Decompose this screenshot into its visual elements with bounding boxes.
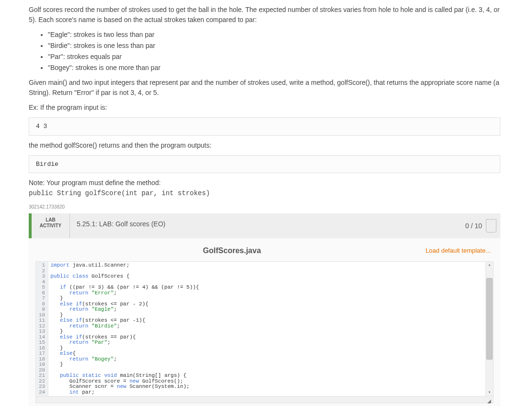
list-item: "Par": strokes equals par bbox=[48, 52, 500, 62]
task-description: Given main() and two input integers that… bbox=[29, 78, 500, 98]
code-text-area[interactable]: import java.util.Scanner; public class G… bbox=[48, 262, 485, 396]
scroll-thumb[interactable] bbox=[486, 278, 493, 360]
scroll-up-icon[interactable]: ▴ bbox=[486, 262, 493, 268]
reference-id: 302142.1733820 bbox=[29, 203, 500, 210]
example-output-block: Birdie bbox=[29, 155, 500, 174]
intro-paragraph-1: Golf scores record the number of strokes… bbox=[29, 5, 500, 25]
list-item: "Birdie": strokes is one less than par bbox=[48, 41, 500, 51]
lab-activity-score: 0 / 10 bbox=[461, 213, 500, 238]
lab-activity-title: 5.25.1: LAB: Golf scores (EO) bbox=[70, 213, 461, 238]
example-input-block: 4 3 bbox=[29, 117, 500, 136]
lab-activity-header: LAB ACTIVITY 5.25.1: LAB: Golf scores (E… bbox=[29, 213, 500, 238]
lab-activity-badge: LAB ACTIVITY bbox=[32, 213, 70, 238]
score-shield-icon bbox=[486, 219, 496, 233]
score-text: 0 / 10 bbox=[465, 221, 482, 231]
example-input-label: Ex: If the program input is: bbox=[29, 103, 500, 113]
list-item: "Eagle": strokes is two less than par bbox=[48, 30, 500, 40]
method-note: Note: Your program must define the metho… bbox=[29, 178, 500, 198]
code-editor-panel: GolfScores.java Load default template...… bbox=[29, 238, 500, 405]
file-name: GolfScores.java bbox=[38, 245, 426, 257]
code-editor[interactable]: 123456789101112131415161718192021222324 … bbox=[35, 261, 494, 397]
scroll-down-icon[interactable]: ▾ bbox=[486, 389, 493, 396]
example-output-label: the method golfScore() returns and then … bbox=[29, 140, 500, 151]
vertical-scrollbar[interactable]: ▴ ▾ bbox=[485, 262, 493, 396]
load-default-template-link[interactable]: Load default template... bbox=[426, 246, 491, 256]
method-signature: public String golfScore(int par, int str… bbox=[29, 189, 210, 197]
resize-handle-icon[interactable]: ◢ bbox=[487, 397, 491, 405]
editor-bottom-bar: ◢ bbox=[35, 397, 494, 403]
list-item: "Bogey": strokes is one more than par bbox=[48, 63, 500, 73]
method-note-label: Note: Your program must define the metho… bbox=[29, 179, 161, 187]
score-definitions-list: "Eagle": strokes is two less than par "B… bbox=[29, 30, 500, 73]
line-number-gutter: 123456789101112131415161718192021222324 bbox=[36, 262, 48, 396]
